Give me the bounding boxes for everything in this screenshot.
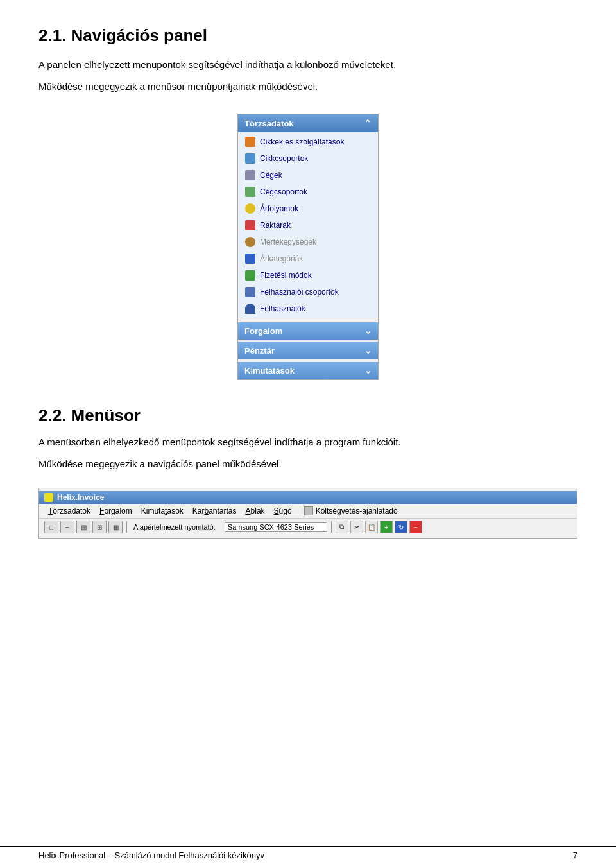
menu-bar-row: Törzsadatok Forgalom Kimutatások Karbant… [39,504,577,519]
toolbar-btn-table[interactable]: ⊞ [92,521,107,533]
nav-section-label: Törzsadatok [244,119,294,128]
arfolyamok-icon [244,203,256,214]
footer-text: Helix.Professional – Számlázó modul Felh… [38,851,264,860]
nav-item-fizetesi-modok[interactable]: Fizetési módok [238,267,378,284]
nav-item-label: Cikkcsoportok [260,154,308,163]
nav-item-label: Árkategóriák [260,254,303,263]
nav-panel: Törzsadatok ⌃ Cikkek és szolgáltatások C… [237,114,379,380]
nav-item-label: Mértékegységek [260,238,316,246]
nav-section-forgalom[interactable]: Forgalom ⌄ [238,322,378,340]
nav-item-cikkcsoportok[interactable]: Cikkcsoportok [238,150,378,167]
nav-item-label: Felhasználók [260,304,305,313]
cegek-icon [244,169,256,181]
app-icon [44,493,53,502]
nav-item-cikkek[interactable]: Cikkek és szolgáltatások [238,134,378,150]
section2-title: 2.2. Menüsor [38,406,578,426]
printer-dropdown[interactable]: Samsung SCX-4623 Series [225,522,327,532]
nav-item-label: Raktárak [260,221,291,230]
arkategoriak-icon [244,253,256,264]
nav-item-cegek[interactable]: Cégek [238,167,378,184]
toolbar-btn-cut[interactable]: ✂ [350,521,363,533]
menu-item-sugo[interactable]: Súgó [270,505,296,517]
cikkcsoportok-icon [244,153,256,164]
nav-item-label: Cégek [260,171,282,180]
nav-panel-screenshot: Törzsadatok ⌃ Cikkek és szolgáltatások C… [38,114,578,380]
toolbar-btn-grid[interactable]: ▦ [108,521,123,533]
chevron-down-icon: ⌄ [364,366,372,376]
menu-item-kimutatasok[interactable]: Kimutatások [137,505,187,517]
nav-item-arfolyamok[interactable]: Árfolyamok [238,200,378,217]
app-title: Helix.Invoice [57,493,104,502]
nav-section-pentzar[interactable]: Pénztár ⌄ [238,342,378,359]
nav-section-label: Forgalom [244,326,282,336]
nav-section-label: Kimutatások [244,366,295,376]
toolbar-btn-copy[interactable]: ⧉ [336,521,348,533]
koltsegvetes-icon [304,506,313,515]
footer-page-number: 7 [573,851,578,860]
felhasznalok-icon [244,303,256,315]
toolbar-separator2 [331,521,332,533]
nav-item-felhasznalok[interactable]: Felhasználók [238,300,378,317]
menu-item-karbantartas[interactable]: Karbantartás [189,505,241,517]
toolbar-btn-new[interactable]: □ [44,521,58,533]
chevron-down-icon: ⌄ [364,346,372,356]
nav-item-label: Cégcsoportok [260,187,307,196]
nav-item-label: Felhasználói csoportok [260,288,339,297]
cegcsoportok-icon [244,186,256,198]
raktarak-icon [244,220,256,231]
menu-item-koltsegvetes[interactable]: Költségvetés-ajánlatadó [304,506,398,515]
nav-item-label: Árfolyamok [260,204,298,213]
toolbar-btn-minus[interactable]: − [60,521,74,533]
app-title-bar: Helix.Invoice [39,491,577,504]
section2-para2: Működése megegyezik a navigációs panel m… [38,456,578,472]
nav-item-mertekegysegek[interactable]: Mértékegységek [238,234,378,250]
toolbar-btn-add[interactable]: + [380,521,393,533]
nav-item-label: Cikkek és szolgáltatások [260,137,344,146]
toolbar-btn-close[interactable]: − [409,521,422,533]
toolbar-separator [126,521,127,533]
mertekegysegek-icon [244,236,256,248]
chevron-down-icon: ⌄ [364,326,372,336]
toolbar-btn-paste[interactable]: 📋 [365,521,378,533]
nav-item-arkategoriak[interactable]: Árkategóriák [238,250,378,267]
menu-item-torzsadatok[interactable]: Törzsadatok [44,505,94,517]
nav-item-cegcsoportok[interactable]: Cégcsoportok [238,184,378,200]
chevron-up-icon: ⌃ [364,118,372,128]
page-footer: Helix.Professional – Számlázó modul Felh… [0,846,616,864]
menu-item-ablak[interactable]: Ablak [242,505,269,517]
nav-section-torzsadatok[interactable]: Törzsadatok ⌃ [238,114,378,132]
nav-item-label: Fizetési módok [260,271,312,280]
nav-item-raktarak[interactable]: Raktárak [238,217,378,234]
printer-label: Alapértelmezett nyomtató: [133,523,216,531]
section1-title: 2.1. Navigációs panel [38,26,578,46]
menu-separator [300,506,300,516]
fizetesi-modok-icon [244,270,256,281]
nav-item-felhasznaloi-csoportok[interactable]: Felhasználói csoportok [238,284,378,300]
section1-para2: Működése megegyezik a menüsor menüpontja… [38,79,578,94]
felhasznaloi-csoportok-icon [244,286,256,298]
nav-section-kimutatasok[interactable]: Kimutatások ⌄ [238,362,378,379]
section1-para1: A panelen elhelyezett menüpontok segítsé… [38,57,578,73]
toolbar-btn-refresh[interactable]: ↻ [395,521,407,533]
toolbar-btn-edit[interactable]: ▤ [76,521,90,533]
section2-para1: A menüsorban elhelyezkedő menüpontok seg… [38,435,578,450]
menubar-screenshot: Helix.Invoice Törzsadatok Forgalom Kimut… [38,488,578,539]
nav-items-list: Cikkek és szolgáltatások Cikkcsoportok C… [238,132,378,318]
nav-section-label: Pénztár [244,346,275,356]
toolbar-row: □ − ▤ ⊞ ▦ Alapértelmezett nyomtató: Sams… [39,519,577,535]
menu-item-forgalom[interactable]: Forgalom [96,505,136,517]
cikkek-icon [244,136,256,148]
